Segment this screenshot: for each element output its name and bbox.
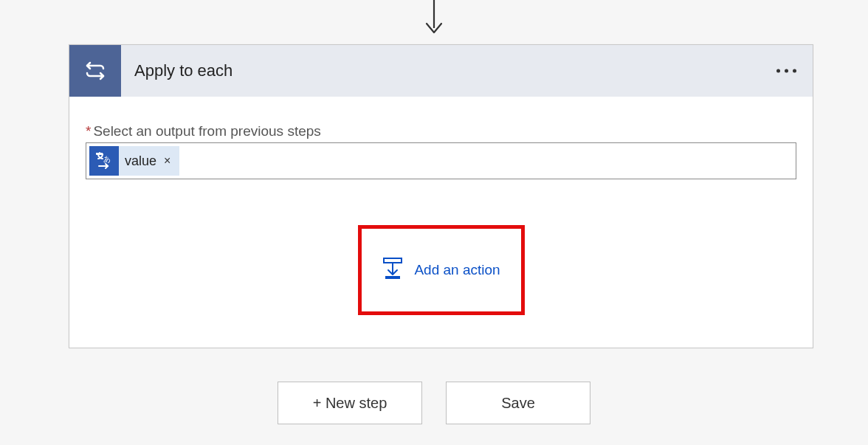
new-step-button[interactable]: + New step bbox=[278, 382, 422, 424]
more-options-button[interactable] bbox=[771, 63, 802, 79]
field-label: *Select an output from previous steps bbox=[86, 123, 796, 139]
new-step-label: + New step bbox=[313, 395, 388, 412]
save-label: Save bbox=[501, 395, 535, 412]
loop-icon bbox=[69, 45, 121, 97]
card-title: Apply to each bbox=[134, 61, 232, 80]
translate-icon: あ bbox=[89, 146, 119, 176]
token-remove-button[interactable]: × bbox=[161, 153, 173, 169]
apply-to-each-step-card: Apply to each *Select an output from pre… bbox=[69, 44, 813, 348]
field-label-text: Select an output from previous steps bbox=[93, 123, 320, 139]
dynamic-content-token[interactable]: あ value × bbox=[89, 146, 179, 176]
insert-action-icon bbox=[382, 257, 404, 283]
required-asterisk: * bbox=[86, 123, 91, 139]
select-output-input[interactable]: あ value × bbox=[86, 142, 796, 179]
card-header[interactable]: Apply to each bbox=[69, 45, 813, 97]
svg-text:あ: あ bbox=[103, 155, 111, 163]
add-an-action-label: Add an action bbox=[414, 262, 500, 278]
svg-rect-3 bbox=[384, 258, 402, 263]
connector-arrow-down bbox=[423, 0, 445, 41]
add-an-action-button[interactable]: Add an action bbox=[374, 252, 507, 288]
highlight-frame: Add an action bbox=[358, 225, 525, 315]
token-label: value bbox=[125, 153, 156, 169]
save-button[interactable]: Save bbox=[446, 382, 590, 424]
